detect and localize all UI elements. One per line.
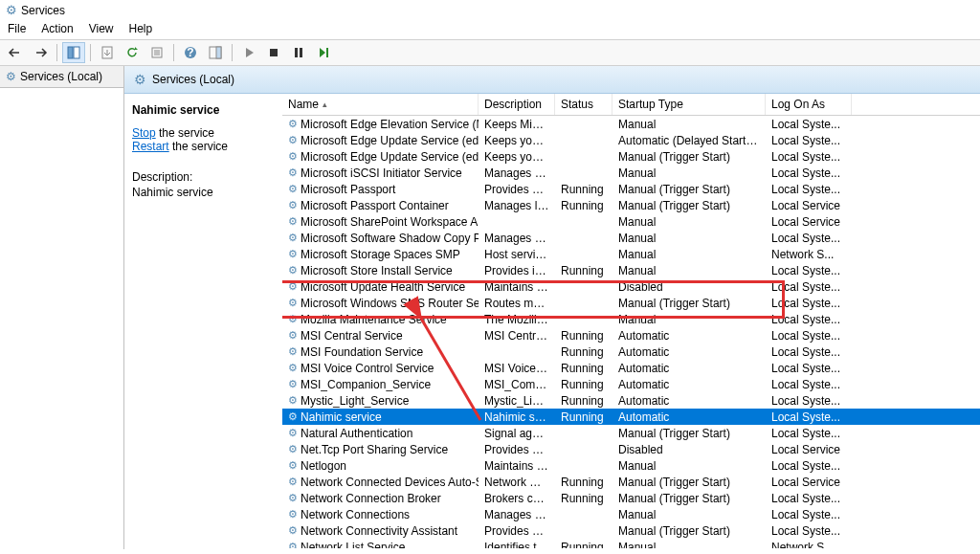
table-row[interactable]: ⚙Network Connected Devices Auto-SetupNet… <box>282 474 980 490</box>
service-icon: ⚙ <box>288 427 298 439</box>
table-row[interactable]: ⚙Mozilla Maintenance ServiceThe Mozilla … <box>282 311 980 327</box>
cell-logon: Local Syste... <box>766 297 852 310</box>
service-icon: ⚙ <box>288 232 298 244</box>
svg-rect-1 <box>74 47 79 58</box>
cell-startup: Manual (Trigger Start) <box>612 183 766 196</box>
cell-name: Microsoft Storage Spaces SMP <box>301 248 460 261</box>
service-icon: ⚙ <box>288 410 298 423</box>
list-header: ⚙ Services (Local) <box>124 66 980 94</box>
table-row[interactable]: ⚙Natural AuthenticationSignal aggre...Ma… <box>282 425 980 441</box>
column-header-status[interactable]: Status <box>555 94 612 115</box>
table-row[interactable]: ⚙MSI Voice Control ServiceMSI Voice C...… <box>282 360 980 376</box>
gear-icon: ⚙ <box>6 70 16 83</box>
cell-name: MSI Central Service <box>301 329 403 343</box>
cell-logon: Local Syste... <box>766 394 852 408</box>
table-row[interactable]: ⚙Microsoft Storage Spaces SMPHost servic… <box>282 246 980 262</box>
table-row[interactable]: ⚙Network List ServiceIdentifies th...Run… <box>282 539 980 548</box>
cell-description: Signal aggre... <box>479 427 555 440</box>
grid-body[interactable]: ⚙Microsoft Edge Elevation Service (Micro… <box>282 116 980 548</box>
export-list-button[interactable] <box>96 42 119 63</box>
table-row[interactable]: ⚙Microsoft Passport ContainerManages lo.… <box>282 197 980 213</box>
table-row[interactable]: ⚙Microsoft Software Shadow Copy Provider… <box>282 230 980 246</box>
show-hide-tree-button[interactable] <box>62 42 85 63</box>
action-pane-button[interactable] <box>204 42 227 63</box>
table-row[interactable]: ⚙NetlogonMaintains a ...ManualLocal Syst… <box>282 457 980 474</box>
nav-back-button[interactable] <box>4 42 27 63</box>
table-row[interactable]: ⚙Microsoft PassportProvides pr...Running… <box>282 181 980 197</box>
cell-startup: Automatic <box>612 362 766 375</box>
table-row[interactable]: ⚙Microsoft Update Health ServiceMaintain… <box>282 278 980 295</box>
table-row[interactable]: ⚙Microsoft Edge Elevation Service (Micro… <box>282 116 980 132</box>
table-row[interactable]: ⚙Network Connection BrokerBrokers con...… <box>282 490 980 506</box>
cell-startup: Automatic (Delayed Start, Tr... <box>612 134 766 147</box>
table-row[interactable]: ⚙Microsoft Edge Update Service (edgeupda… <box>282 148 980 165</box>
restart-service-link[interactable]: Restart <box>132 140 169 153</box>
table-row[interactable]: ⚙Net.Tcp Port Sharing ServiceProvides ab… <box>282 441 980 457</box>
cell-name: Netlogon <box>301 459 346 473</box>
pause-service-button[interactable] <box>287 42 310 63</box>
titlebar: ⚙ Services <box>0 0 980 20</box>
cell-name: Microsoft Edge Elevation Service (Micros… <box>301 118 479 131</box>
svg-text:?: ? <box>187 46 193 59</box>
cell-description: Host service... <box>479 248 555 261</box>
service-icon: ⚙ <box>288 329 298 342</box>
table-row[interactable]: ⚙MSI Foundation ServiceRunningAutomaticL… <box>282 343 980 360</box>
restart-service-button[interactable] <box>312 42 335 63</box>
cell-logon: Local Syste... <box>766 378 852 391</box>
table-row[interactable]: ⚙Microsoft iSCSI Initiator ServiceManage… <box>282 165 980 181</box>
cell-name: Network Connected Devices Auto-Setup <box>301 476 479 489</box>
table-row[interactable]: ⚙Microsoft Edge Update Service (edgeupda… <box>282 132 980 148</box>
table-row[interactable]: ⚙Microsoft Windows SMS Router Service.Ro… <box>282 295 980 311</box>
console-tree: ⚙ Services (Local) <box>0 66 124 549</box>
svg-rect-12 <box>295 48 298 57</box>
column-header-name[interactable]: Name ▴ <box>282 94 479 115</box>
table-row[interactable]: ⚙Microsoft Store Install ServiceProvides… <box>282 262 980 278</box>
nav-forward-button[interactable] <box>29 42 52 63</box>
service-icon: ⚙ <box>288 476 298 488</box>
table-row[interactable]: ⚙Network ConnectionsManages ob...ManualL… <box>282 506 980 522</box>
cell-name: Natural Authentication <box>301 427 412 440</box>
menu-view[interactable]: View <box>89 22 114 35</box>
cell-status: Running <box>555 362 612 375</box>
service-icon: ⚙ <box>288 345 298 358</box>
services-grid: Name ▴ Description Status Startup Type L… <box>282 94 980 549</box>
cell-logon: Local Syste... <box>766 345 852 359</box>
cell-name: Network Connection Broker <box>301 492 441 505</box>
table-row[interactable]: ⚙Mystic_Light_ServiceMystic_Ligh...Runni… <box>282 392 980 409</box>
table-row[interactable]: ⚙Network Connectivity AssistantProvides … <box>282 522 980 539</box>
cell-logon: Local Syste... <box>766 264 852 277</box>
column-header-startup[interactable]: Startup Type <box>612 94 766 115</box>
menu-action[interactable]: Action <box>41 22 73 35</box>
service-detail-pane: Nahimic service Stop the service Restart… <box>124 94 282 549</box>
cell-logon: Local Service <box>766 443 852 456</box>
help-button[interactable]: ? <box>179 42 202 63</box>
cell-description: Brokers con... <box>479 492 555 505</box>
service-icon: ⚙ <box>288 362 298 374</box>
cell-logon: Local Syste... <box>766 232 852 245</box>
cell-description: Keeps Micro... <box>479 118 555 131</box>
table-row[interactable]: ⚙MSI Central ServiceMSI Central ...Runni… <box>282 327 980 343</box>
cell-startup: Disabled <box>612 280 766 294</box>
cell-status: Running <box>555 394 612 408</box>
stop-service-button[interactable] <box>262 42 285 63</box>
table-row[interactable]: ⚙Nahimic serviceNahimic ser...RunningAut… <box>282 409 980 425</box>
service-icon: ⚙ <box>288 183 298 195</box>
properties-button[interactable] <box>145 42 168 63</box>
service-icon: ⚙ <box>288 118 298 130</box>
description-label: Description: <box>132 170 275 184</box>
table-row[interactable]: ⚙Microsoft SharePoint Workspace Audit Se… <box>282 213 980 230</box>
service-icon: ⚙ <box>288 297 298 309</box>
menu-help[interactable]: Help <box>129 22 153 35</box>
table-row[interactable]: ⚙MSI_Companion_ServiceMSI_Compa...Runnin… <box>282 376 980 392</box>
menu-file[interactable]: File <box>8 22 26 35</box>
stop-service-link[interactable]: Stop <box>132 126 156 140</box>
cell-startup: Manual (Trigger Start) <box>612 524 766 538</box>
refresh-button[interactable] <box>121 42 144 63</box>
description-text: Nahimic service <box>132 186 275 199</box>
cell-description: MSI Voice C... <box>479 362 555 375</box>
column-header-logon[interactable]: Log On As <box>766 94 852 115</box>
column-header-description[interactable]: Description <box>479 94 555 115</box>
tree-item-services-local[interactable]: ⚙ Services (Local) <box>0 66 123 88</box>
service-icon: ⚙ <box>288 443 298 455</box>
start-service-button[interactable] <box>237 42 260 63</box>
